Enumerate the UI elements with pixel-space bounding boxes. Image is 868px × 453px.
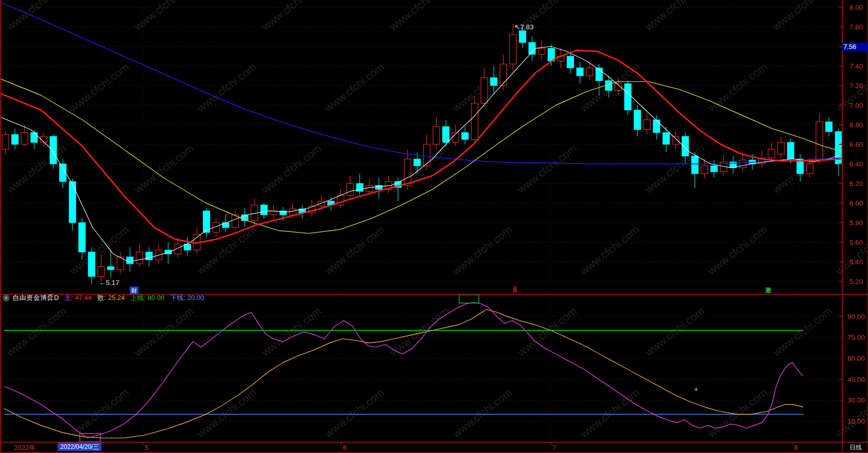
candle-body	[108, 267, 114, 270]
indicator-axis-label: 90.00	[847, 313, 865, 321]
high-annotation: ↖7.83	[514, 23, 534, 31]
candle-body	[318, 201, 325, 206]
candle-body	[739, 160, 746, 167]
price-axis-label: 6.00	[849, 199, 863, 207]
sell-marker-text: Ŝ	[513, 286, 517, 294]
candle-body	[404, 159, 411, 186]
candles-layer	[2, 24, 842, 284]
candle-body	[500, 64, 507, 86]
signal-markers-layer: 财Ŝ激	[130, 286, 772, 294]
param-upper-value: 80.00	[148, 294, 165, 301]
indicator-axis-label: 60.00	[847, 355, 865, 362]
candle-body	[481, 78, 488, 103]
candle-body	[50, 137, 57, 164]
watermark-text: www.cfchi.com	[259, 142, 323, 196]
ma-lines-layer	[0, 3, 841, 262]
candle-body	[443, 127, 449, 142]
price-axis-label: 8.00	[849, 4, 863, 11]
indicator-name[interactable]: 自由资金博弈D	[12, 293, 59, 303]
candle-body	[433, 127, 440, 144]
candle-body	[586, 68, 593, 76]
param-main-value: 47.44	[75, 294, 92, 301]
watermark-text: www.cfchi.com	[195, 61, 258, 114]
candle-body	[816, 122, 823, 159]
collapse-chevron-icon[interactable]: ∨	[3, 294, 10, 301]
indicator-axis-label: 15.00	[847, 417, 865, 425]
price-axis-label: 5.20	[849, 278, 863, 286]
candle-body	[127, 257, 133, 264]
indicator-header: ∨ 自由资金博弈D 主: 47.44 散: 25.24 上线: 80.00 下线…	[3, 293, 210, 302]
month-label: 6	[343, 444, 347, 451]
price-axis-label: 6.60	[849, 141, 863, 148]
watermark-text: www.cfchi.com	[515, 305, 579, 359]
last-price-badge: 7.56	[842, 43, 868, 51]
price-axis-label: 7.00	[849, 102, 863, 109]
watermark-text: www.cfchi.com	[515, 142, 579, 196]
indicator-axis-label: 30.00	[847, 396, 865, 404]
candle-body	[644, 120, 650, 130]
watermark-text: www.cfchi.com	[705, 224, 769, 277]
price-axis-label: 7.20	[849, 82, 863, 90]
period-label[interactable]: 日线	[845, 443, 866, 452]
candle-body	[491, 78, 497, 86]
candle-body	[88, 252, 95, 277]
watermark-text: www.cfchi.com	[770, 0, 834, 33]
candle-body	[60, 164, 66, 181]
indicator-axis-label: 75.00	[847, 333, 865, 341]
candle-body	[12, 135, 19, 144]
candle-body	[634, 110, 641, 130]
date-axis-layer: 5678	[39, 442, 834, 451]
param-scatter-label: 散:	[97, 293, 106, 303]
candle-body	[462, 132, 468, 139]
price-axis-label: 7.80	[849, 23, 863, 31]
candle-body	[567, 56, 574, 68]
watermark-text: www.cfchi.com	[705, 61, 769, 114]
watermark-text: www.cfchi.com	[195, 387, 258, 440]
watermark-text: www.cfchi.com	[259, 305, 323, 359]
candle-body	[768, 149, 775, 158]
candle-body	[663, 132, 669, 144]
candle-body	[653, 120, 660, 133]
watermark-text: www.cfchi.com	[67, 387, 131, 440]
price-axis-label: 7.40	[849, 62, 863, 70]
indicator-axis-layer: 90.0075.0060.0045.0030.0015.00	[839, 306, 865, 425]
watermark-text: www.cfchi.com	[643, 0, 706, 33]
candle-body	[261, 205, 267, 215]
candle-body	[21, 132, 28, 144]
month-label: 7	[552, 444, 557, 451]
chart-canvas[interactable]: www.cfchi.comwww.cfchi.comwww.cfchi.comw…	[0, 0, 868, 453]
indicator-highlight-box	[459, 295, 479, 303]
param-lower-value: 20.00	[187, 294, 204, 301]
candle-body	[423, 144, 430, 166]
watermark-text: www.cfchi.com	[770, 305, 834, 359]
candle-body	[577, 68, 583, 76]
month-label: 5	[145, 444, 149, 451]
param-main-label: 主:	[64, 293, 73, 303]
candle-body	[672, 137, 679, 144]
watermark-text: www.cfchi.com	[387, 305, 451, 359]
month-label: 8	[794, 444, 798, 451]
price-axis-label: 6.40	[849, 160, 863, 168]
candle-body	[519, 31, 526, 43]
watermark-text: www.cfchi.com	[132, 0, 196, 33]
price-axis-label: 6.80	[849, 121, 863, 129]
candle-body	[31, 132, 38, 142]
year-label: 2022年	[14, 443, 36, 452]
candle-body	[691, 156, 698, 174]
watermark-text: www.cfchi.com	[4, 0, 68, 33]
indicator-axis-label: 45.00	[847, 376, 865, 383]
watermark-text: www.cfchi.com	[132, 142, 196, 196]
price-axis-label: 5.80	[849, 219, 863, 227]
chart-application: www.cfchi.comwww.cfchi.comwww.cfchi.comw…	[0, 0, 868, 453]
watermark-text: www.cfchi.com	[833, 224, 868, 277]
candle-body	[375, 186, 382, 190]
candle-body	[2, 135, 9, 149]
candle-body	[701, 166, 708, 174]
candle-body	[539, 48, 545, 54]
watermark-text: www.cfchi.com	[450, 224, 514, 277]
watermark-text: www.cfchi.com	[387, 142, 451, 196]
candle-body	[347, 183, 354, 195]
selected-date-badge[interactable]: 2022/04/20/三	[58, 443, 101, 451]
watermark-text: www.cfchi.com	[67, 61, 131, 114]
ma-mid-red-line	[0, 51, 841, 243]
